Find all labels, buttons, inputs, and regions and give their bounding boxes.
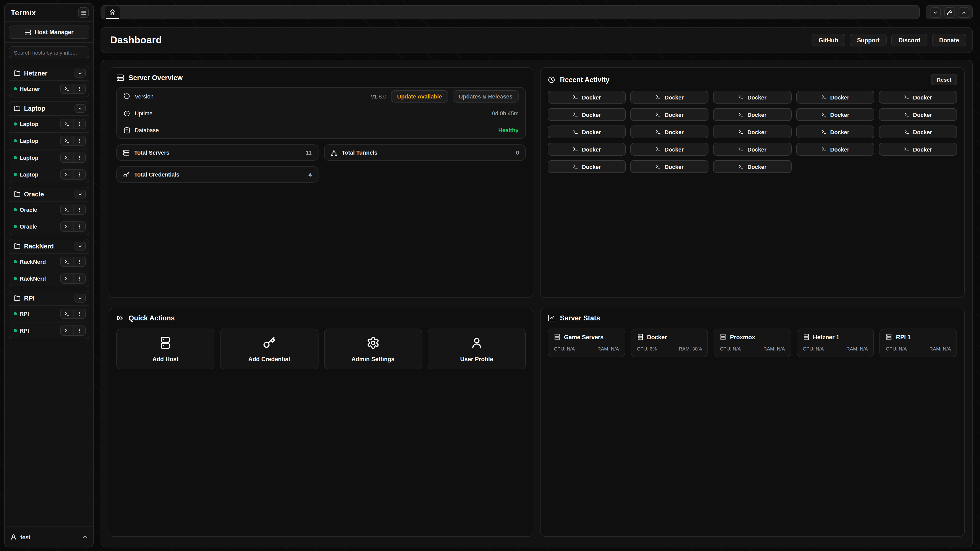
terminal-button[interactable] [61,309,73,318]
terminal-icon [573,112,578,118]
group-collapse-button[interactable] [75,294,86,303]
activity-item-button[interactable]: Docker [630,91,708,103]
update-available-badge[interactable]: Update Available [391,90,448,102]
host-row[interactable]: Laptop [9,132,89,149]
tab-home[interactable] [105,6,120,19]
host-row[interactable]: Laptop [9,166,89,183]
activity-item-button[interactable]: Docker [796,125,874,138]
reset-button[interactable]: Reset [931,74,957,85]
user-footer[interactable]: test [5,527,94,547]
activity-item-button[interactable]: Docker [548,125,626,138]
add-credential-button[interactable]: Add Credential [220,329,318,369]
activity-item-button[interactable]: Docker [548,108,626,121]
host-manager-label: Host Manager [35,29,73,35]
total-label: Total Tunnels [342,149,377,156]
activity-item-button[interactable]: Docker [796,108,874,121]
ellipsis-vertical-icon [77,224,82,229]
terminal-button[interactable] [61,136,73,145]
terminal-button[interactable] [61,153,73,162]
user-icon [10,534,17,540]
server-icon [116,74,124,82]
host-menu-button[interactable] [73,136,85,145]
activity-item-button[interactable]: Docker [630,108,708,121]
activity-item-button[interactable]: Docker [879,91,957,103]
host-row[interactable]: RackNerd [9,253,89,270]
search-input[interactable] [9,46,89,58]
host-menu-button[interactable] [73,153,85,162]
activity-item-button[interactable]: Docker [630,143,708,156]
terminal-button[interactable] [61,119,73,129]
activity-item-button[interactable]: Docker [630,160,708,173]
activity-item-button[interactable]: Docker [713,91,791,103]
group-header[interactable]: Laptop [9,102,89,115]
total-servers-card: Total Servers 11 [116,144,318,161]
host-row[interactable]: Laptop [9,149,89,166]
header-link-button[interactable]: Discord [891,34,928,46]
terminal-icon [64,138,69,143]
activity-item-button[interactable]: Docker [548,143,626,156]
server-stat-card: Hetzner 1 CPU: N/A RAM: N/A [797,329,874,357]
activity-item-button[interactable]: Docker [796,91,874,103]
activity-item-button[interactable]: Docker [879,125,957,138]
group-collapse-button[interactable] [75,69,86,78]
host-row[interactable]: RPI [9,305,89,322]
ellipsis-vertical-icon [77,121,82,127]
terminal-icon [655,129,661,135]
group-collapse-button[interactable] [75,104,86,113]
tools-button[interactable] [944,7,955,17]
terminal-button[interactable] [61,84,73,94]
activity-item-button[interactable]: Docker [713,125,791,138]
host-menu-button[interactable] [73,205,85,214]
terminal-button[interactable] [61,257,73,266]
host-manager-button[interactable]: Host Manager [9,25,89,39]
activity-item-label: Docker [830,111,850,118]
group-collapse-button[interactable] [75,190,86,198]
host-menu-button[interactable] [73,119,85,129]
tabs-scroll-up-button[interactable] [958,7,969,17]
activity-item-button[interactable]: Docker [548,160,626,173]
sidebar-menu-button[interactable] [78,7,89,18]
add-host-button[interactable]: Add Host [116,329,215,369]
activity-item-button[interactable]: Docker [879,143,957,156]
activity-item-button[interactable]: Docker [713,108,791,121]
group-header[interactable]: RackNerd [9,239,89,253]
terminal-button[interactable] [61,326,73,335]
header-link-button[interactable]: Support [850,34,886,46]
group-collapse-button[interactable] [75,242,86,251]
host-row[interactable]: RackNerd [9,270,89,287]
host-menu-button[interactable] [73,309,85,318]
activity-item-button[interactable]: Docker [713,143,791,156]
terminal-button[interactable] [61,222,73,231]
header-link-button[interactable]: Donate [932,34,966,46]
terminal-button[interactable] [61,205,73,214]
host-row[interactable]: Laptop [9,115,89,132]
host-row[interactable]: Hetzner [9,80,89,97]
group-header[interactable]: RPI [9,291,89,305]
activity-item-button[interactable]: Docker [548,91,626,103]
host-menu-button[interactable] [73,84,85,94]
host-row[interactable]: Oracle [9,218,89,235]
terminal-button[interactable] [61,274,73,283]
database-row: Database Healthy [117,121,525,138]
tabs-scroll-down-button[interactable] [930,7,940,17]
activity-item-button[interactable]: Docker [713,160,791,173]
admin-settings-button[interactable]: Admin Settings [324,329,422,369]
host-menu-button[interactable] [73,222,85,231]
server-icon [637,333,643,340]
header-link-button[interactable]: GitHub [811,34,845,46]
user-profile-button[interactable]: User Profile [428,329,526,369]
group-header[interactable]: Oracle [9,187,89,201]
updates-releases-button[interactable]: Updates & Releases [453,90,519,102]
activity-item-button[interactable]: Docker [796,143,874,156]
terminal-button[interactable] [61,170,73,179]
group-header[interactable]: Hetzner [9,66,89,80]
chevron-down-icon [78,295,83,301]
host-menu-button[interactable] [73,257,85,266]
host-row[interactable]: Oracle [9,201,89,218]
host-menu-button[interactable] [73,274,85,283]
activity-item-button[interactable]: Docker [879,108,957,121]
host-menu-button[interactable] [73,326,85,335]
host-menu-button[interactable] [73,170,85,179]
activity-item-button[interactable]: Docker [630,125,708,138]
host-row[interactable]: RPI [9,322,89,339]
